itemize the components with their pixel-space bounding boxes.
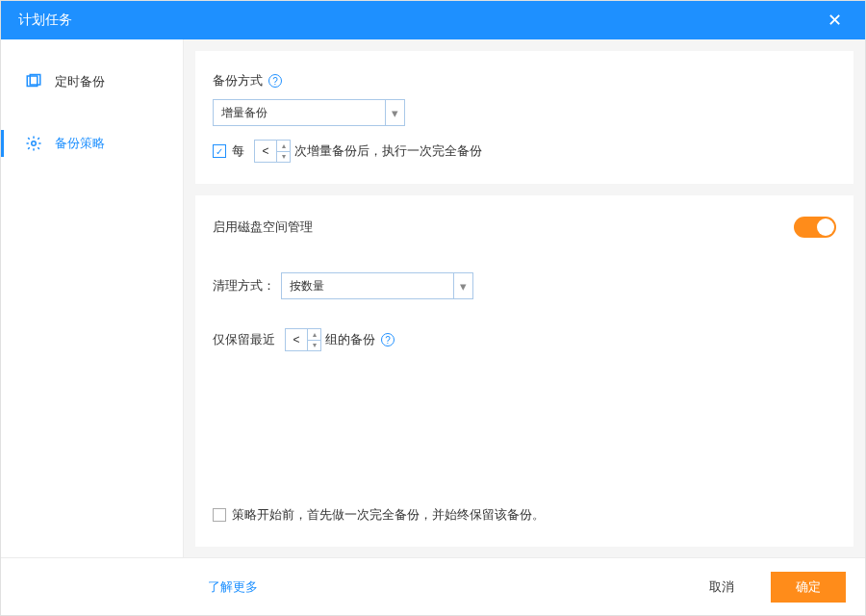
spinner-buttons: ▴ ▾ xyxy=(307,329,320,350)
title-bar: 计划任务 ✕ xyxy=(1,1,865,39)
sidebar-item-label: 备份策略 xyxy=(55,135,105,152)
keep-prefix: 仅保留最近 xyxy=(213,331,275,348)
backup-method-label: 备份方式 ? xyxy=(213,72,836,90)
disk-space-panel: 启用磁盘空间管理 清理方式： 按数量 ▾ 仅保留最近 < ▴ ▾ xyxy=(195,195,853,547)
spinner-value: < xyxy=(255,141,276,162)
spinner-up[interactable]: ▴ xyxy=(308,329,320,341)
pre-full-checkbox[interactable]: ✓ xyxy=(213,508,226,522)
disk-space-toggle-row: 启用磁盘空间管理 xyxy=(213,217,836,238)
every-prefix: 每 xyxy=(232,142,244,160)
window-title: 计划任务 xyxy=(18,12,815,29)
disk-space-switch[interactable] xyxy=(794,217,836,238)
backup-method-select[interactable]: 增量备份 ▾ xyxy=(213,99,405,126)
ok-button[interactable]: 确定 xyxy=(771,572,846,603)
footer: 了解更多 取消 确定 xyxy=(1,557,865,615)
keep-suffix: 组的备份 xyxy=(325,331,375,348)
incremental-checkbox[interactable]: ✓ xyxy=(213,144,226,158)
keep-count-spinner[interactable]: < ▴ ▾ xyxy=(285,328,321,351)
cleanup-row: 清理方式： 按数量 ▾ xyxy=(213,272,836,299)
keep-row: 仅保留最近 < ▴ ▾ 组的备份 ? xyxy=(213,328,836,351)
gear-icon xyxy=(24,134,43,153)
sidebar: 定时备份 备份策略 xyxy=(1,39,184,557)
select-value: 按数量 xyxy=(282,278,453,295)
cancel-button[interactable]: 取消 xyxy=(684,572,759,603)
spinner-up[interactable]: ▴ xyxy=(277,141,290,152)
body: 定时备份 备份策略 备份方式 ? 增量备份 ▾ ✓ 每 < xyxy=(1,39,865,557)
help-icon[interactable]: ? xyxy=(268,74,282,88)
content: 备份方式 ? 增量备份 ▾ ✓ 每 < ▴ ▾ 次增量备份后，执行一次完全备份 xyxy=(184,39,865,557)
incremental-row: ✓ 每 < ▴ ▾ 次增量备份后，执行一次完全备份 xyxy=(213,140,836,163)
every-suffix: 次增量备份后，执行一次完全备份 xyxy=(294,142,482,160)
sidebar-item-label: 定时备份 xyxy=(55,73,105,90)
select-value: 增量备份 xyxy=(214,105,385,121)
cleanup-method-select[interactable]: 按数量 ▾ xyxy=(281,272,473,299)
close-button[interactable]: ✕ xyxy=(815,1,853,39)
cleanup-label: 清理方式： xyxy=(213,277,275,295)
help-icon[interactable]: ? xyxy=(381,333,395,346)
incremental-count-spinner[interactable]: < ▴ ▾ xyxy=(254,140,291,163)
svg-point-2 xyxy=(32,141,37,146)
backup-method-panel: 备份方式 ? 增量备份 ▾ ✓ 每 < ▴ ▾ 次增量备份后，执行一次完全备份 xyxy=(195,51,853,184)
spinner-buttons: ▴ ▾ xyxy=(276,141,290,162)
close-icon: ✕ xyxy=(828,10,842,31)
pre-full-label: 策略开始前，首先做一次完全备份，并始终保留该备份。 xyxy=(232,506,545,524)
sidebar-item-policy[interactable]: 备份策略 xyxy=(1,120,183,167)
chevron-down-icon: ▾ xyxy=(385,100,404,125)
disk-space-label: 启用磁盘空间管理 xyxy=(213,218,313,236)
sidebar-item-schedule[interactable]: 定时备份 xyxy=(1,59,183,105)
chevron-down-icon: ▾ xyxy=(453,273,472,298)
spinner-value: < xyxy=(286,329,307,350)
spinner-down[interactable]: ▾ xyxy=(308,341,320,351)
pre-full-row: ✓ 策略开始前，首先做一次完全备份，并始终保留该备份。 xyxy=(213,506,545,524)
schedule-icon xyxy=(24,72,43,91)
learn-more-link[interactable]: 了解更多 xyxy=(208,578,673,596)
spinner-down[interactable]: ▾ xyxy=(277,152,290,163)
